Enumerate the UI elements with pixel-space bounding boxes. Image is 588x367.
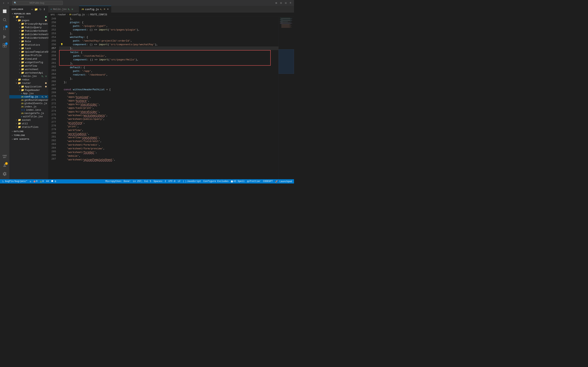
lightbulb-icon[interactable]: 💡 [60,43,64,46]
sidebar-item-statistics[interactable]: › 📁 Statistics [9,43,48,47]
activity-search[interactable] [1,16,9,24]
git-branch[interactable]: bugfix/bug/peic* [2,180,27,183]
prettier[interactable]: Prettier [247,180,261,183]
new-folder-button[interactable]: 📁 [34,7,38,11]
refresh-button[interactable]: ↻ [39,7,42,11]
sidebar-item-index-js[interactable]: › JS index.js [9,105,48,108]
breadcrumb-router[interactable]: router [58,13,66,16]
indentation[interactable]: Spaces: 2 [153,180,166,183]
nav-forward-button[interactable]: › [6,1,10,5]
code-line-262: default: { [59,66,278,69]
sidebar-item-config-js[interactable]: › JS config.js 4, M [9,95,48,99]
sidebar-item-pageheader[interactable]: › 📁 PageHeader [9,88,48,92]
code-line-282: 'worksheet/field/edit', [59,139,278,143]
breadcrumb-configjs[interactable]: JS config.js [69,13,85,16]
code-line-257: }, [59,46,278,50]
sidebar-item-worksheet[interactable]: › 📁 worksheet [9,67,48,71]
new-file-button[interactable]: + [31,7,33,11]
activity-codegpt[interactable]: CODE GPT [1,153,9,161]
breadcrumb-src[interactable]: src [51,13,55,16]
sidebar-item-hello-jsx[interactable]: › ⚛ Hello.jsx 5, U [9,75,48,78]
sidebar-item-worksheetapi[interactable]: › 📁 worksheetApi [9,71,48,75]
activity-account[interactable]: 1 [1,161,9,169]
code-line-254: wechatPay: { [59,35,278,39]
sidebar-item-role[interactable]: › 📁 Role [9,40,48,43]
timeline-section[interactable]: › TIMELINE [9,133,48,137]
activity-settings[interactable] [1,170,9,178]
sidebar-item-widgetconfig[interactable]: › 📁 widgetConfig [9,61,48,64]
encoding[interactable]: UTF-8 [168,180,175,183]
minimap[interactable] [278,17,294,179]
collapse-all-button[interactable]: ⬆ [43,7,46,11]
folder-icon: 📁 [21,26,24,29]
pages-label: pages [22,19,29,22]
nav-back-button[interactable]: ‹ [2,1,5,5]
message-count[interactable]: 0 [51,180,56,183]
language-mode[interactable]: { } JavaScript [183,180,201,183]
sidebar-item-task[interactable]: › 📁 task [9,47,48,50]
sidebar-item-publicworksheet[interactable]: › 📁 PublicWorksheet [9,29,48,33]
activity-extensions[interactable]: 7 [1,42,9,49]
sidebar-item-workflow[interactable]: › 📁 workflow [9,64,48,67]
sidebar-item-staticfiles[interactable]: › 📁 staticfiles [9,125,48,129]
folder-icon: 📁 [21,50,24,53]
customize-icon[interactable]: ≡ [289,1,292,5]
sync-icon[interactable]: ↻ [30,180,31,183]
sidebar-item-app-jsx[interactable]: › ⚛ App.jsx [9,92,48,95]
sidebar-item-navigateto[interactable]: › JS navigateTo.js [9,112,48,115]
sidebar-item-publicworksheetpreview[interactable]: › 📁 PublicWorksheetPreview [9,36,48,40]
spell-check[interactable]: 43 Spell [231,180,245,183]
sidebar-item-application[interactable]: › 📁 Application [9,85,48,88]
sidebar-item-withtitle[interactable]: › ⚛ withTitle.jsx [9,115,48,118]
code-line-286: 'mobile', [59,154,278,158]
sidebar-item-publicworksheetconfig[interactable]: › 📁 publicWorksheetConfig [9,33,48,36]
line-ending[interactable]: LF [178,180,181,183]
svg-rect-11 [5,46,6,47]
activity-source-control[interactable]: 6 [1,25,9,32]
code-line-269: 'demo', [59,92,278,95]
tab-hello-jsx[interactable]: ⚛ Hello.jsx 5, U × [48,6,79,13]
sidebar-item-publicquery[interactable]: › 📁 PublicQuery [9,26,48,29]
explorer-title: EXPLORER [12,8,23,10]
sidebar-item-src[interactable]: ▾ 📁 src [9,15,48,19]
breadcrumb: src › router › JS config.js › ⬡ ROUTE_CO… [48,13,294,17]
activity-explorer[interactable] [1,7,9,15]
warning-count[interactable]: 0 [40,180,44,183]
search-input[interactable] [12,1,63,5]
tab-config-js[interactable]: JS config.js 4, M × [79,6,111,13]
error-count[interactable]: 9 [34,180,37,183]
micropython-status[interactable]: Micropython: Done! [105,180,131,183]
outline-section[interactable]: › OUTLINE [9,130,48,133]
code-line-249: }, [59,17,278,21]
sidebar-item-viewland[interactable]: › 📁 ViewLand [9,57,48,61]
sidebar-item-privacyoragreen[interactable]: › 📁 PrivacyOrAgreen [9,22,48,26]
code-area[interactable]: }, plugin: { path: '/plugin/:type?', com… [58,17,278,179]
sidebar-item-uploadtemplatesheet[interactable]: › 📁 UploadTemplateSheet [9,50,48,54]
configure-excludes[interactable]: Configure Excludes [203,180,229,183]
sidebar-item-genroute[interactable]: › JS genRouteComponent.js [9,99,48,102]
project-root[interactable]: ▾ MDPUBLIC-BUG [9,12,48,15]
activity-run[interactable] [1,33,9,41]
sidebar-item-globalevents[interactable]: › JS globalEvents.js [9,102,48,105]
sidebar-item-util[interactable]: › 📁 util [9,122,48,125]
sidebar-item-pages[interactable]: ▾ 📂 pages [9,19,48,22]
code-line-271: 'apps/kcshare', [59,99,278,102]
breadcrumb-route-config[interactable]: ⬡ ROUTE_CONFIG [88,13,107,16]
issue-count[interactable]: 44 [46,180,49,183]
cursor-position[interactable]: Ln 257, Col 5 [133,180,151,183]
sidebar-item-socket[interactable]: › 📁 socket [9,118,48,122]
codegpt-status[interactable]: CODEGPT [263,180,273,183]
layout-icon[interactable]: ⊞ [275,1,278,5]
code-line-276: 'worksheet/public/query', [59,117,278,121]
folder-icon: 📁 [18,122,21,125]
sidebar-item-redux[interactable]: › 📁 redux [9,78,48,81]
tab-config-close[interactable]: × [107,8,109,11]
sidebar-item-router[interactable]: ▾ 📂 router [9,81,48,85]
launchpad[interactable]: 🚀 Launchpad [275,180,292,183]
npm-scripts-section[interactable]: › NPM SCRIPTS [9,137,48,141]
sidebar-item-userprofile[interactable]: › 📁 UserProfile [9,54,48,57]
split-icon[interactable]: ⊟ [279,1,283,5]
panel-icon[interactable]: ⊡ [284,1,287,5]
code-line-285: 'worksheet/formSet', [59,150,278,154]
sidebar-item-index-less[interactable]: › { } index.less [9,108,48,112]
